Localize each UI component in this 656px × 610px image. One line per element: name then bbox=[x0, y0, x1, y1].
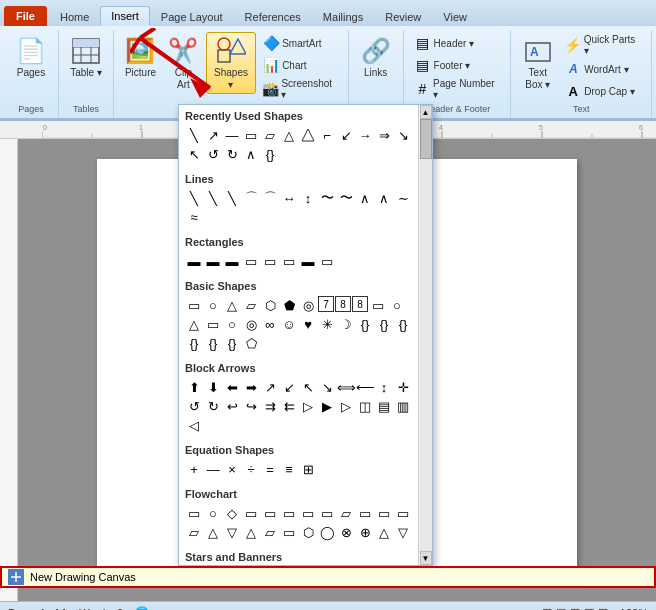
shape-item[interactable]: ▭ bbox=[185, 504, 203, 522]
shape-item[interactable]: ▭ bbox=[318, 252, 336, 270]
view-icon-3[interactable]: ▥ bbox=[570, 606, 580, 610]
shape-item[interactable]: ▬ bbox=[204, 252, 222, 270]
tab-references[interactable]: References bbox=[234, 7, 312, 26]
shape-item[interactable]: 8 bbox=[352, 296, 368, 312]
shape-item[interactable]: ↺ bbox=[185, 397, 203, 415]
shape-item[interactable]: ▭ bbox=[280, 504, 298, 522]
shape-item[interactable]: ▭ bbox=[242, 126, 260, 144]
shape-item[interactable] bbox=[299, 126, 317, 144]
shape-item[interactable]: ≈ bbox=[185, 208, 203, 226]
scroll-thumb[interactable] bbox=[420, 119, 432, 159]
shape-item[interactable]: ▭ bbox=[204, 315, 222, 333]
shape-item[interactable]: ▱ bbox=[261, 126, 279, 144]
shape-item[interactable]: ◁ bbox=[185, 416, 203, 434]
shape-item[interactable]: ○ bbox=[204, 504, 222, 522]
zoom-level[interactable]: 100% bbox=[620, 607, 648, 611]
shape-item[interactable]: ▭ bbox=[356, 504, 374, 522]
wordart-button[interactable]: A WordArt ▾ bbox=[560, 58, 645, 80]
shape-item[interactable]: ↪ bbox=[242, 397, 260, 415]
shape-item[interactable]: ▱ bbox=[242, 296, 260, 314]
shape-item[interactable]: ◯ bbox=[318, 523, 336, 541]
shape-item[interactable]: ↖ bbox=[299, 378, 317, 396]
shape-item[interactable]: ➡ bbox=[242, 378, 260, 396]
shape-item[interactable]: ▭ bbox=[242, 504, 260, 522]
shape-item[interactable]: ∧ bbox=[356, 189, 374, 207]
shape-item[interactable]: ⬟ bbox=[280, 296, 298, 314]
view-icon-2[interactable]: ▤ bbox=[556, 606, 566, 610]
shape-item[interactable]: ▭ bbox=[280, 252, 298, 270]
shape-item[interactable]: ⊗ bbox=[337, 523, 355, 541]
shape-item[interactable]: ↙ bbox=[280, 378, 298, 396]
shape-item[interactable]: ▭ bbox=[242, 252, 260, 270]
shape-item[interactable]: {} bbox=[375, 315, 393, 333]
page-number-button[interactable]: # Page Number ▾ bbox=[410, 76, 505, 102]
footer-button[interactable]: ▤ Footer ▾ bbox=[410, 54, 505, 76]
shape-item[interactable]: △ bbox=[185, 315, 203, 333]
shape-item[interactable]: ◇ bbox=[223, 504, 241, 522]
shape-item[interactable]: ▬ bbox=[223, 252, 241, 270]
shape-item[interactable]: ⌒ bbox=[261, 189, 279, 207]
shape-item[interactable]: ⬆ bbox=[185, 378, 203, 396]
shape-item[interactable]: 〜 bbox=[318, 189, 336, 207]
shape-item[interactable]: ⬡ bbox=[261, 296, 279, 314]
scroll-up-button[interactable]: ▲ bbox=[420, 105, 432, 119]
shape-item[interactable]: ÷ bbox=[242, 460, 260, 478]
shape-item[interactable]: ○ bbox=[204, 296, 222, 314]
shape-item[interactable]: ∞ bbox=[261, 315, 279, 333]
shape-item[interactable]: ⇒ bbox=[375, 126, 393, 144]
drop-cap-button[interactable]: A Drop Cap ▾ bbox=[560, 80, 645, 102]
shape-item[interactable]: ↕ bbox=[375, 378, 393, 396]
shape-item[interactable]: ▬ bbox=[299, 252, 317, 270]
shape-item[interactable]: {} bbox=[185, 334, 203, 352]
shape-item[interactable]: + bbox=[185, 460, 203, 478]
shape-item[interactable]: ▭ bbox=[185, 296, 203, 314]
shape-item[interactable]: ⬠ bbox=[242, 334, 260, 352]
shape-item[interactable]: ⌒ bbox=[242, 189, 260, 207]
shape-item[interactable]: = bbox=[261, 460, 279, 478]
shape-item[interactable]: ╲ bbox=[204, 189, 222, 207]
shape-item[interactable]: ○ bbox=[223, 315, 241, 333]
shape-item[interactable]: ↩ bbox=[223, 397, 241, 415]
shape-item[interactable]: ≡ bbox=[280, 460, 298, 478]
shape-item[interactable]: {} bbox=[261, 145, 279, 163]
shape-item[interactable]: ▱ bbox=[261, 523, 279, 541]
new-drawing-canvas-bar[interactable]: New Drawing Canvas bbox=[0, 566, 656, 588]
tab-home[interactable]: Home bbox=[49, 7, 100, 26]
shapes-button[interactable]: Shapes ▾ bbox=[206, 32, 256, 94]
shape-item[interactable]: ╲ bbox=[185, 189, 203, 207]
view-icon-5[interactable]: ▦ bbox=[598, 606, 608, 610]
shape-item[interactable]: ∼ bbox=[394, 189, 412, 207]
shape-item[interactable]: ▭ bbox=[280, 523, 298, 541]
textbox-button[interactable]: A TextBox ▾ bbox=[517, 32, 558, 94]
picture-button[interactable]: 🖼️ Picture bbox=[120, 32, 161, 82]
shape-item[interactable]: ▭ bbox=[261, 252, 279, 270]
clip-art-button[interactable]: ✂️ ClipArt bbox=[163, 32, 204, 94]
tab-file[interactable]: File bbox=[4, 6, 47, 26]
shape-item[interactable]: ⊞ bbox=[299, 460, 317, 478]
shape-item[interactable]: ▭ bbox=[299, 504, 317, 522]
shape-item[interactable]: {} bbox=[356, 315, 374, 333]
shape-item[interactable]: ∧ bbox=[242, 145, 260, 163]
shape-item[interactable]: ♥ bbox=[299, 315, 317, 333]
view-icon-4[interactable]: ▦ bbox=[584, 606, 594, 610]
shape-item[interactable]: ▭ bbox=[369, 296, 387, 314]
quick-parts-button[interactable]: ⚡ Quick Parts ▾ bbox=[560, 32, 645, 58]
shape-item[interactable]: ▭ bbox=[394, 504, 412, 522]
shape-item[interactable]: {} bbox=[394, 315, 412, 333]
shape-item[interactable]: ↙ bbox=[337, 126, 355, 144]
shape-item[interactable]: → bbox=[356, 126, 374, 144]
shape-item[interactable]: ↗ bbox=[261, 378, 279, 396]
shape-item[interactable]: ⟺ bbox=[337, 378, 355, 396]
shape-item[interactable]: ↗ bbox=[204, 126, 222, 144]
shape-item[interactable]: ⇉ bbox=[261, 397, 279, 415]
tab-mailings[interactable]: Mailings bbox=[312, 7, 374, 26]
shape-item[interactable]: ◫ bbox=[356, 397, 374, 415]
shape-item[interactable]: — bbox=[223, 126, 241, 144]
shape-item[interactable]: ⬅ bbox=[223, 378, 241, 396]
shape-item[interactable]: ∧ bbox=[375, 189, 393, 207]
shape-item[interactable]: ✛ bbox=[394, 378, 412, 396]
shape-item[interactable]: ▷ bbox=[299, 397, 317, 415]
shape-item[interactable]: ↘ bbox=[394, 126, 412, 144]
chart-button[interactable]: 📊 Chart bbox=[258, 54, 341, 76]
shape-item[interactable]: — bbox=[204, 460, 222, 478]
